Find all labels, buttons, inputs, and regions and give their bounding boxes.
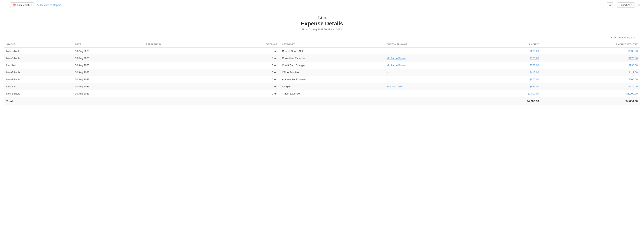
cell-reference [144,55,219,62]
cell-category: Office Supplies [280,69,384,76]
cell-amount-tax: $639.00 [541,83,640,90]
cell-status: Non-Billable [4,48,73,55]
sort-arrow-icon: ↑ [82,43,84,46]
cell-amount: $417.00 [478,69,541,76]
cell-customer: Mr. Aaron Brown [384,55,478,62]
amount-tax-value: $417.00 [628,71,638,74]
cell-status: Non-Billable [4,90,73,97]
customer-name: - [386,92,387,95]
cell-amount: $730.00 [478,62,541,69]
cell-customer: - [384,76,478,83]
cell-category: Lodging [280,83,384,90]
customize-report-label: Customize Report [40,4,60,6]
amount-value: $630.00 [530,50,539,52]
total-amount: $4,086.00 [478,97,541,105]
cell-category: Consultant Expense [280,55,384,62]
cell-amount-tax: $500.00 [541,76,640,83]
col-header-date[interactable]: DATE ↑ [73,41,144,48]
customize-icon: ⚙ [36,4,39,7]
col-header-status: STATUS [4,41,73,48]
amount-value: $1,000.00 [528,92,539,95]
cell-status: Unbilled [4,62,73,69]
amount-tax-value: $639.00 [628,85,638,88]
cell-amount-tax: $417.00 [541,69,640,76]
cell-category: Credit Card Charges [280,62,384,69]
toolbar-left: ☰ 📅 This Month ▾ ⚙ Customize Report [3,2,604,8]
export-button[interactable]: Export As ▾ [617,2,635,8]
print-button[interactable]: 🖨 [607,2,613,8]
amount-value: $417.00 [530,71,539,74]
total-amount-tax: $4,086.00 [541,97,640,105]
report-company: Zylker [4,16,640,20]
amount-tax-value: $170.00 [628,57,638,60]
table-header-row: STATUS DATE ↑ REFERENCE# DISTANCE CATEGO… [4,41,640,48]
cell-date: 30 Aug 2023 [73,55,144,62]
cell-status: Non-Billable [4,76,73,83]
cell-reference [144,90,219,97]
cell-customer: Mr. Aaron Brown [384,62,478,69]
amount-value: $730.00 [530,64,539,67]
table-row: Unbilled 30 Aug 2023 0 km Lodging Brando… [4,83,640,90]
amount-tax-value: $730.00 [628,64,638,67]
cell-status: Unbilled [4,83,73,90]
table-row: Non-Billable 30 Aug 2023 0 km Travel Exp… [4,90,640,97]
cell-customer: - [384,90,478,97]
cell-date: 30 Aug 2023 [73,69,144,76]
export-chevron-icon: ▾ [631,4,632,6]
cell-distance: 0 km [219,55,280,62]
cell-customer: - [384,69,478,76]
col-header-customer: CUSTOMER NAME [384,41,478,48]
amount-value: $170.00 [530,57,539,60]
cell-distance: 0 km [219,90,280,97]
toolbar-right: 🖨 Export As ▾ ✕ [607,2,641,8]
cell-category: Cost of Goods Sold [280,48,384,55]
table-row: Non-Billable 30 Aug 2023 0 km Consultant… [4,55,640,62]
customize-report-button[interactable]: ⚙ Customize Report [36,4,60,7]
customer-link[interactable]: Mr. Aaron Brown [386,57,406,60]
report-date-range: From 01 Aug 2023 To 31 Aug 2023 [4,28,640,31]
cell-amount: $1,000.00 [478,90,541,97]
customer-link[interactable]: Mr. Aaron Brown [386,64,406,67]
table-row: Non-Billable 30 Aug 2023 0 km Automobile… [4,76,640,83]
cell-amount-tax: $730.00 [541,62,640,69]
print-icon: 🖨 [608,4,611,7]
cell-customer: Brandon Tyler [384,83,478,90]
col-header-reference: REFERENCE# [144,41,219,48]
cell-customer: - [384,48,478,55]
hamburger-icon: ☰ [4,3,7,7]
cell-category: Travel Expense [280,90,384,97]
toolbar: ☰ 📅 This Month ▾ ⚙ Customize Report 🖨 Ex… [0,0,644,10]
cell-reference [144,69,219,76]
report-title: Expense Details [4,20,640,27]
date-filter-label: This Month [17,4,30,6]
total-label: Total [4,97,478,105]
date-filter-button[interactable]: 📅 This Month ▾ [10,2,34,8]
close-button[interactable]: ✕ [636,2,641,8]
amount-tax-value: $630.00 [628,50,638,52]
total-row: Total $4,086.00 $4,086.00 [4,97,640,105]
cell-reference [144,83,219,90]
add-note-label: + Add Temporary Note [611,36,636,39]
hamburger-button[interactable]: ☰ [3,2,8,8]
col-header-distance: DISTANCE [219,41,280,48]
close-icon: ✕ [637,3,640,7]
cell-reference [144,62,219,69]
cell-distance: 0 km [219,69,280,76]
cell-distance: 0 km [219,62,280,69]
cell-category: Automobile Expense [280,76,384,83]
table-row: Unbilled 30 Aug 2023 0 km Credit Card Ch… [4,62,640,69]
col-header-amount-tax: AMOUNT WITH TAX [541,41,640,48]
cell-date: 30 Aug 2023 [73,76,144,83]
cell-distance: 0 km [219,48,280,55]
customer-name: - [386,78,387,81]
table-row: Non-Billable 30 Aug 2023 0 km Cost of Go… [4,48,640,55]
cell-status: Non-Billable [4,69,73,76]
customer-link[interactable]: Brandon Tyler [386,85,402,88]
cell-status: Non-Billable [4,55,73,62]
cell-date: 30 Aug 2023 [73,48,144,55]
add-temporary-note-button[interactable]: + Add Temporary Note [611,36,636,39]
report-header: Zylker Expense Details From 01 Aug 2023 … [0,10,644,33]
cell-amount: $500.00 [478,76,541,83]
table-container: STATUS DATE ↑ REFERENCE# DISTANCE CATEGO… [0,41,644,109]
cell-reference [144,76,219,83]
